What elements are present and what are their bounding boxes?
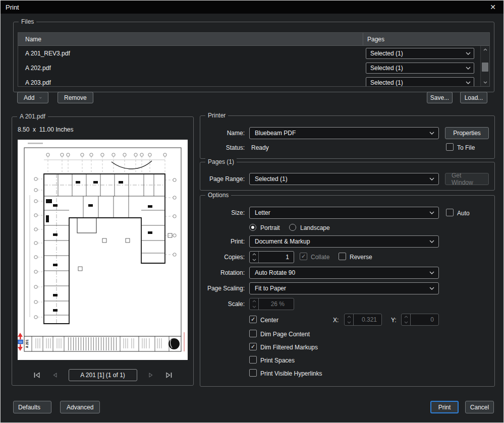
printer-status-label: Status: — [200, 144, 245, 152]
title-bar: Print ✕ — [1, 1, 503, 14]
rotation-value: Auto Rotate 90 — [255, 269, 295, 276]
chevron-down-icon — [39, 96, 42, 99]
landscape-radio[interactable] — [289, 224, 296, 231]
stepper-down-icon — [345, 320, 353, 325]
page-navigation: A 201 [1] (1 of 1) — [12, 369, 193, 381]
column-header-pages[interactable]: Pages — [363, 33, 489, 45]
print-visible-hyperlinks-label: Print Visible Hyperlinks — [260, 370, 322, 378]
scrollbar-thumb[interactable] — [482, 63, 488, 72]
scale-value: 26 % — [259, 298, 294, 310]
dim-filtered-markups-label: Dim Filtered Markups — [260, 344, 318, 351]
stepper-up-icon — [250, 298, 258, 304]
auto-checkbox[interactable] — [446, 209, 454, 216]
load-button-label: Load... — [465, 94, 483, 101]
get-window-button: Get Window — [445, 173, 489, 185]
add-button[interactable]: Add — [17, 92, 48, 103]
page-scaling-label: Page Scaling: — [200, 285, 245, 292]
last-page-icon[interactable] — [164, 371, 174, 380]
page-scaling-value: Fit to Paper — [255, 285, 286, 292]
table-row[interactable]: A 202.pdf Selected (1) — [18, 61, 489, 75]
add-button-label: Add — [24, 94, 34, 101]
scale-label: Scale: — [200, 300, 245, 308]
printer-group-label: Printer — [205, 112, 228, 119]
dim-page-content-checkbox[interactable] — [249, 330, 257, 337]
scroll-up-icon[interactable] — [481, 46, 489, 53]
files-table: Name Pages A 201_REV3.pdf Selected (1) A… — [18, 32, 490, 87]
reverse-checkbox[interactable] — [339, 253, 346, 260]
defaults-button-label: Defaults — [18, 404, 40, 411]
x-offset-stepper: 0.321 — [344, 314, 382, 326]
pages-group-label: Pages (1) — [205, 158, 237, 166]
landscape-label: Landscape — [300, 224, 330, 232]
page-indicator[interactable]: A 201 [1] (1 of 1) — [69, 369, 137, 381]
printer-name-label: Name: — [200, 130, 245, 137]
next-page-icon[interactable] — [146, 371, 155, 380]
rotation-select[interactable]: Auto Rotate 90 — [249, 267, 439, 279]
scrollbar-track[interactable] — [481, 53, 489, 79]
load-button[interactable]: Load... — [460, 92, 487, 103]
get-window-button-label: Get Window — [452, 172, 482, 186]
copies-stepper[interactable]: 1 — [249, 251, 294, 263]
preview-page[interactable]: A 201 — [18, 140, 188, 360]
to-file-checkbox[interactable] — [446, 143, 454, 151]
print-visible-hyperlinks-checkbox[interactable] — [249, 369, 257, 377]
preview-group-label: A 201.pdf — [17, 113, 48, 120]
center-checkbox[interactable] — [249, 316, 257, 323]
previous-page-icon[interactable] — [50, 371, 60, 380]
print-button-label: Print — [438, 404, 451, 411]
print-spaces-checkbox[interactable] — [249, 356, 257, 364]
stepper-down-icon — [250, 304, 258, 310]
auto-label: Auto — [457, 210, 470, 217]
pages-select-row2[interactable]: Selected (1) — [366, 63, 474, 74]
rotation-label: Rotation: — [200, 269, 245, 277]
page-scaling-select[interactable]: Fit to Paper — [249, 282, 439, 294]
page-range-select[interactable]: Selected (1) — [249, 173, 439, 185]
to-file-label: To File — [457, 144, 475, 152]
reverse-label: Reverse — [350, 254, 372, 261]
close-icon[interactable]: ✕ — [487, 2, 498, 13]
files-group-label: Files — [19, 18, 36, 26]
pages-select-value: Selected (1) — [370, 50, 403, 57]
pages-select-row3[interactable]: Selected (1) — [366, 77, 474, 87]
cancel-button[interactable]: Cancel — [465, 401, 494, 413]
file-name: A 203.pdf — [18, 79, 363, 86]
x-offset-value: 0.321 — [354, 314, 381, 325]
stepper-up-icon — [402, 314, 410, 320]
first-page-icon[interactable] — [32, 371, 41, 380]
properties-button[interactable]: Properties — [445, 127, 489, 139]
stepper-up-icon[interactable] — [250, 252, 258, 257]
save-button[interactable]: Save... — [427, 92, 453, 103]
y-offset-stepper: 0 — [401, 314, 439, 326]
size-select[interactable]: Letter — [249, 207, 439, 219]
sheet-number-text: A 201 — [25, 339, 29, 348]
defaults-button[interactable]: Defaults — [13, 401, 51, 413]
table-row[interactable]: A 201_REV3.pdf Selected (1) — [18, 46, 489, 61]
files-group: Files Name Pages A 201_REV3.pdf Selected… — [13, 22, 494, 92]
files-table-header: Name Pages — [18, 33, 489, 46]
print-spaces-label: Print Spaces — [260, 357, 295, 365]
printer-name-select[interactable]: Bluebeam PDF — [249, 127, 439, 139]
remove-button[interactable]: Remove — [58, 92, 93, 103]
print-dialog: Print ✕ Files Name Pages A 201_REV3.pdf … — [0, 0, 504, 423]
pages-group: Pages (1) Page Range: Selected (1) Get W… — [200, 162, 495, 191]
chevron-down-icon — [429, 211, 434, 214]
dim-filtered-markups-checkbox[interactable] — [249, 343, 257, 350]
chevron-down-icon — [466, 81, 471, 84]
chevron-down-icon — [429, 287, 434, 290]
print-what-select[interactable]: Document & Markup — [249, 235, 439, 248]
pages-select-value: Selected (1) — [370, 65, 403, 72]
scroll-down-icon[interactable] — [481, 79, 489, 86]
pages-select-row1[interactable]: Selected (1) — [366, 48, 474, 59]
collate-checkbox — [300, 253, 307, 260]
files-scrollbar[interactable] — [480, 46, 489, 86]
stepper-up-icon — [345, 314, 353, 320]
print-button[interactable]: Print — [430, 401, 459, 413]
remove-button-label: Remove — [64, 94, 87, 101]
table-row[interactable]: A 203.pdf Selected (1) — [18, 75, 489, 87]
column-header-name[interactable]: Name — [18, 33, 363, 45]
advanced-button[interactable]: Advanced — [60, 401, 100, 413]
scale-stepper: 26 % — [249, 298, 294, 310]
copies-value[interactable]: 1 — [259, 252, 294, 263]
stepper-down-icon[interactable] — [250, 257, 258, 263]
portrait-radio[interactable] — [249, 224, 256, 231]
